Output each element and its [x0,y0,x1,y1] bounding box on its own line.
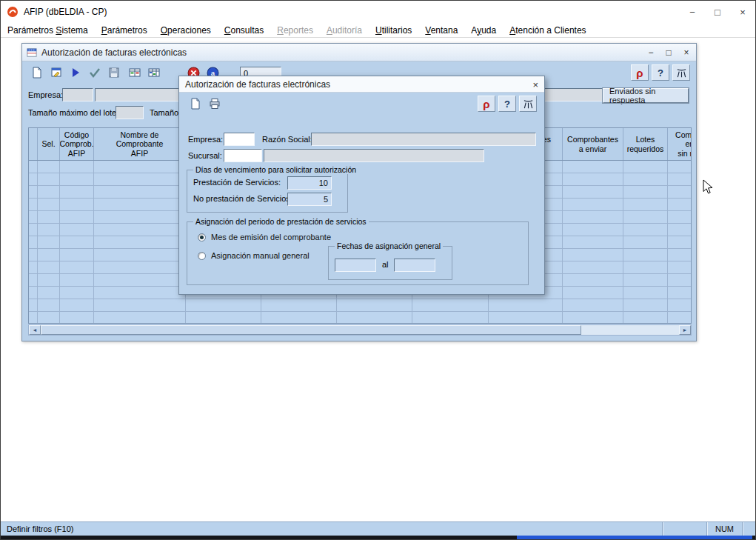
scroll-left-button[interactable]: ◄ [29,325,41,335]
edit-properties-icon[interactable] [47,64,65,81]
enviados-sin-respuesta-button[interactable]: Enviados sin respuesta [603,88,689,103]
table-cell [38,186,60,199]
child-close-button[interactable]: × [681,47,692,58]
table-cell [563,287,623,299]
save-icon[interactable] [105,64,123,81]
menu-item-par-metros[interactable]: Parámetros [95,24,154,37]
table-cell [29,211,38,224]
fecha-desde-field[interactable] [335,259,376,272]
fecha-hasta-field[interactable] [394,259,435,272]
prestacion-dias-field[interactable]: 10 [287,176,332,190]
asignacion-group: Asignación del periodo de prestación de … [187,221,529,285]
radio-button-checked[interactable] [198,233,206,241]
table-cell [60,236,94,249]
child-restore-button[interactable]: □ [663,47,674,58]
table-cell [668,299,692,312]
radio-button-unchecked[interactable] [198,252,206,260]
table-cell [94,224,186,236]
table-cell [563,173,623,186]
help-button[interactable]: ? [652,64,669,81]
horizontal-scrollbar[interactable]: ◄ ► [28,324,692,336]
table-cell [94,261,186,274]
table-cell [563,224,623,236]
table-cell [29,261,38,274]
empresa-code-field[interactable] [224,133,255,146]
table-cell [668,287,692,299]
column-header-3[interactable]: Nombre de Comprobante AFIP [94,128,186,160]
status-panel-end [742,522,755,536]
table-cell [94,274,186,287]
table-row[interactable] [29,312,691,324]
exit-icon[interactable]: ρ [478,96,495,112]
scrollbar-thumb[interactable] [41,325,581,335]
table-cell [29,249,38,261]
column-header-0[interactable] [29,128,38,160]
table-cell [668,236,692,249]
application-window: AFIP (dbELDIA - CP) − □ × Parámetros Sis… [0,0,756,540]
empresa-code-field[interactable] [62,88,93,101]
table-cell [668,261,692,274]
table-cell [186,312,261,324]
column-header-2[interactable]: Código Comprob. AFIP [60,128,94,160]
table-cell [489,312,563,324]
function-keys-icon[interactable] [672,64,690,81]
table-cell [489,299,563,312]
dialog-titlebar[interactable]: Autorización de facturas electrónicas × [179,76,544,93]
print-icon[interactable] [206,96,224,112]
table-cell [563,249,623,261]
dialog-close-button[interactable]: × [532,76,538,93]
menu-item-consultas[interactable]: Consultas [218,24,270,37]
table-cell [60,274,94,287]
no-prestacion-dias-field[interactable]: 5 [287,193,332,206]
child-titlebar[interactable]: Autorización de facturas electrónicas − … [22,44,696,61]
table-row[interactable] [29,299,691,312]
table-cell [29,287,38,299]
radio-asignacion-manual[interactable]: Asignación manual general [198,251,310,260]
help-button[interactable]: ? [498,96,516,112]
table-view-icon[interactable] [145,64,163,81]
menu-item-operaciones[interactable]: Operaciones [154,24,218,37]
sucursal-code-field[interactable] [224,149,262,162]
menu-item-utilitarios[interactable]: Utilitarios [369,24,418,37]
table-cell [38,299,60,312]
table-cell [94,299,186,312]
table-cell [563,161,623,173]
razon-social-field[interactable] [311,133,536,146]
window-bottom-edge [1,536,755,540]
column-header-10[interactable]: Lotes requeridos [623,128,668,160]
table-cell [337,299,412,312]
sucursal-name-field[interactable] [264,149,484,162]
taskbar-sliver [517,536,752,540]
scroll-right-button[interactable]: ► [679,325,691,335]
menu-item-ayuda[interactable]: Ayuda [464,24,503,37]
menu-item-atenci-n-a-clientes[interactable]: Atención a Clientes [503,24,592,37]
menu-item-par-metros-sistema[interactable]: Parámetros Sistema [1,24,95,37]
new-document-icon[interactable] [187,96,204,112]
close-button[interactable]: × [730,1,755,23]
mdi-area: Autorización de facturas electrónicas − … [1,39,755,521]
table-cell [60,312,94,324]
sucursal-label: Sucursal: [188,151,222,160]
menu-item-ventana[interactable]: Ventana [418,24,464,37]
table-cell [563,261,623,274]
run-icon[interactable] [67,64,84,81]
child-minimize-button[interactable]: − [646,47,656,58]
table-cell [38,161,60,173]
column-header-11[interactable]: Comprobantes enviados sin respuesta [668,128,692,160]
minimize-button[interactable]: − [680,1,705,23]
table-cell [563,186,623,199]
column-header-9[interactable]: Comprobantes a enviar [563,128,623,160]
confirm-check-icon[interactable] [86,64,104,81]
fechas-group-title: Fechas de asignación general [335,241,443,250]
exit-icon[interactable]: ρ [631,64,649,81]
restore-button[interactable]: □ [705,1,730,23]
menu-item-auditor-a: Auditoría [320,24,369,37]
function-keys-icon[interactable] [519,96,537,112]
lote-maximo-field[interactable] [116,106,144,119]
table-cell [38,287,60,299]
new-document-icon[interactable] [28,64,46,81]
column-header-1[interactable]: Sel. [38,128,60,160]
table-cell [668,274,692,287]
lots-grid-icon[interactable] [126,64,144,81]
radio-mes-emision[interactable]: Mes de emisión del comprobante [198,233,331,241]
